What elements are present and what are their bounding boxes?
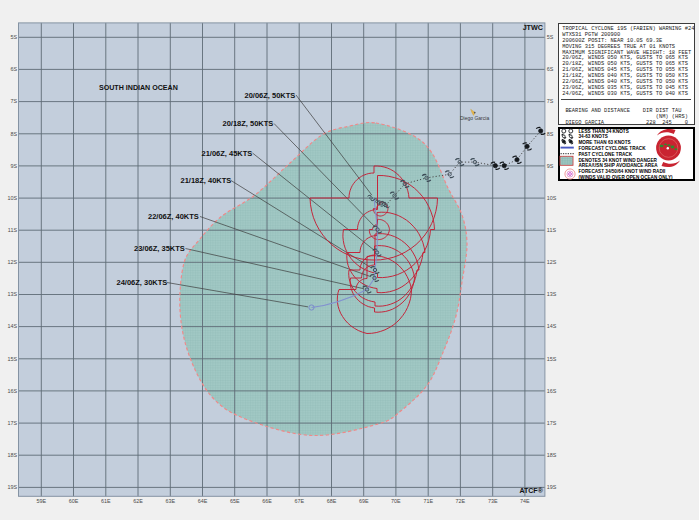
svg-text:13S: 13S: [547, 291, 557, 297]
svg-text:10S: 10S: [7, 195, 17, 201]
svg-text:20/06Z, 50KTS: 20/06Z, 50KTS: [245, 91, 296, 100]
svg-text:65E: 65E: [230, 498, 240, 504]
svg-text:10S: 10S: [547, 195, 557, 201]
svg-text:21/06Z, 45KTS: 21/06Z, 45KTS: [202, 149, 253, 158]
svg-text:7S: 7S: [547, 98, 554, 104]
svg-text:20/18Z, 50KTS: 20/18Z, 50KTS: [223, 119, 274, 128]
svg-text:16S: 16S: [547, 388, 557, 394]
svg-text:66E: 66E: [262, 498, 272, 504]
svg-text:23/06Z, 35KTS: 23/06Z, 35KTS: [134, 244, 185, 253]
svg-text:64E: 64E: [198, 498, 208, 504]
svg-text:24/06Z, 30KTS: 24/06Z, 30KTS: [117, 278, 168, 287]
svg-text:71E: 71E: [423, 498, 433, 504]
svg-text:13S: 13S: [7, 291, 17, 297]
svg-text:11S: 11S: [8, 227, 18, 233]
svg-text:12S: 12S: [547, 259, 557, 265]
svg-text:21/18Z, 40KTS: 21/18Z, 40KTS: [181, 176, 232, 185]
svg-text:73E: 73E: [488, 498, 498, 504]
svg-text:59E: 59E: [37, 498, 47, 504]
svg-text:9S: 9S: [10, 163, 17, 169]
svg-text:11S: 11S: [547, 227, 557, 233]
svg-text:17S: 17S: [7, 420, 17, 426]
svg-text:72E: 72E: [456, 498, 466, 504]
svg-text:68E: 68E: [327, 498, 337, 504]
svg-text:62E: 62E: [133, 498, 143, 504]
svg-text:60E: 60E: [69, 498, 79, 504]
svg-text:18S: 18S: [7, 452, 17, 458]
svg-text:ATCF®: ATCF®: [519, 487, 543, 494]
svg-text:6S: 6S: [547, 66, 554, 72]
svg-text:SOUTH INDIAN OCEAN: SOUTH INDIAN OCEAN: [99, 84, 178, 92]
svg-text:Diego Garcia: Diego Garcia: [460, 115, 489, 121]
svg-text:6S: 6S: [10, 66, 17, 72]
svg-text:14S: 14S: [547, 323, 557, 329]
svg-text:18S: 18S: [547, 452, 557, 458]
svg-text:7S: 7S: [10, 98, 17, 104]
svg-text:16S: 16S: [7, 388, 17, 394]
svg-text:5S: 5S: [10, 34, 17, 40]
svg-text:74E: 74E: [520, 498, 530, 504]
svg-text:9S: 9S: [547, 163, 554, 169]
svg-text:8S: 8S: [547, 131, 554, 137]
svg-text:8S: 8S: [10, 131, 17, 137]
svg-text:15S: 15S: [547, 356, 557, 362]
svg-text:17S: 17S: [547, 420, 557, 426]
svg-text:67E: 67E: [294, 498, 304, 504]
svg-text:19S: 19S: [7, 484, 17, 490]
svg-text:70E: 70E: [391, 498, 401, 504]
svg-text:63E: 63E: [166, 498, 176, 504]
svg-text:15S: 15S: [7, 356, 17, 362]
svg-text:12S: 12S: [7, 259, 17, 265]
svg-text:69E: 69E: [359, 498, 369, 504]
svg-text:5S: 5S: [547, 34, 554, 40]
svg-text:22/06Z, 40KTS: 22/06Z, 40KTS: [148, 212, 199, 221]
svg-text:JTWC: JTWC: [523, 23, 543, 32]
svg-text:61E: 61E: [101, 498, 111, 504]
svg-text:14S: 14S: [7, 323, 17, 329]
svg-text:19S: 19S: [547, 484, 557, 490]
